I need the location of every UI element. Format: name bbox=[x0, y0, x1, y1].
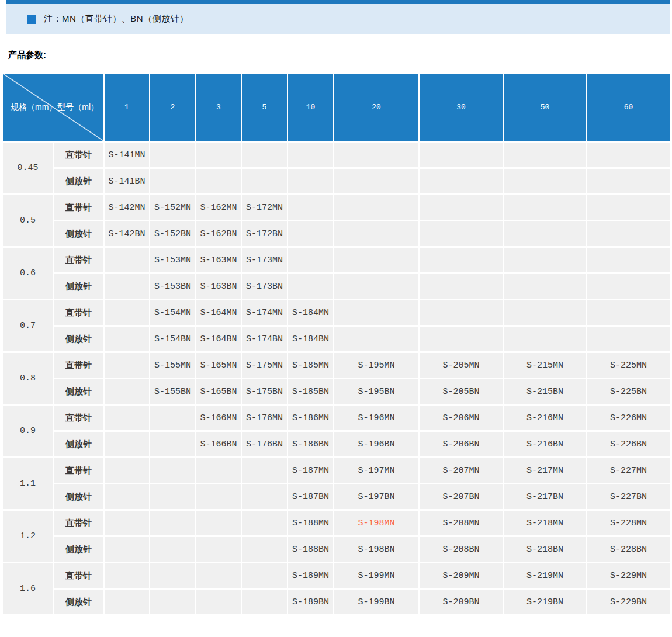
empty-cell bbox=[150, 431, 196, 458]
model-code-cell: S-155BN bbox=[150, 379, 196, 405]
header-volume-3: 3 bbox=[196, 73, 241, 142]
model-code-cell: S-205MN bbox=[419, 352, 503, 379]
model-code-cell: S-152MN bbox=[150, 195, 196, 221]
model-code-cell: S-218BN bbox=[503, 536, 587, 563]
empty-cell bbox=[196, 536, 241, 563]
empty-cell bbox=[196, 458, 241, 484]
model-code-cell: S-216MN bbox=[503, 405, 587, 431]
empty-cell bbox=[287, 195, 334, 221]
model-code-cell: S-176MN bbox=[241, 405, 287, 431]
needle-type-cell: 直带针 bbox=[53, 300, 104, 326]
needle-type-cell: 直带针 bbox=[53, 458, 104, 484]
table-row: 侧放针S-189BNS-199BNS-209BNS-219BNS-229BN bbox=[2, 589, 670, 615]
empty-cell bbox=[104, 510, 150, 536]
needle-type-cell: 侧放针 bbox=[53, 484, 104, 510]
empty-cell bbox=[587, 326, 670, 352]
model-code-cell: S-164MN bbox=[196, 300, 241, 326]
empty-cell bbox=[150, 563, 196, 589]
empty-cell bbox=[196, 510, 241, 536]
empty-cell bbox=[503, 195, 587, 221]
empty-cell bbox=[104, 326, 150, 352]
model-code-cell: S-227BN bbox=[587, 484, 670, 510]
model-code-cell: S-187MN bbox=[287, 458, 334, 484]
empty-cell bbox=[150, 168, 196, 195]
needle-type-cell: 侧放针 bbox=[53, 431, 104, 458]
model-code-cell: S-199BN bbox=[334, 589, 419, 615]
spec-value-cell: 0.45 bbox=[2, 142, 53, 195]
empty-cell bbox=[104, 300, 150, 326]
table-row: 0.8直带针S-155MNS-165MNS-175MNS-185MNS-195M… bbox=[2, 352, 670, 379]
empty-cell bbox=[419, 142, 503, 168]
empty-cell bbox=[503, 221, 587, 247]
empty-cell bbox=[503, 247, 587, 274]
empty-cell bbox=[104, 379, 150, 405]
needle-type-cell: 侧放针 bbox=[53, 536, 104, 563]
empty-cell bbox=[419, 221, 503, 247]
model-code-cell: S-218MN bbox=[503, 510, 587, 536]
empty-cell bbox=[196, 563, 241, 589]
model-code-cell: S-225BN bbox=[587, 379, 670, 405]
model-code-cell: S-217BN bbox=[503, 484, 587, 510]
empty-cell bbox=[334, 195, 419, 221]
table-row: 侧放针S-142BNS-152BNS-162BNS-172BN bbox=[2, 221, 670, 247]
empty-cell bbox=[287, 274, 334, 300]
empty-cell bbox=[150, 142, 196, 168]
spec-value-cell: 1.2 bbox=[2, 510, 53, 563]
model-code-cell: S-141MN bbox=[104, 142, 150, 168]
model-code-cell: S-175MN bbox=[241, 352, 287, 379]
model-code-cell: S-209BN bbox=[419, 589, 503, 615]
table-row: 侧放针S-166BNS-176BNS-186BNS-196BNS-206BNS-… bbox=[2, 431, 670, 458]
empty-cell bbox=[104, 431, 150, 458]
empty-cell bbox=[196, 168, 241, 195]
model-code-cell: S-163MN bbox=[196, 247, 241, 274]
empty-cell bbox=[104, 274, 150, 300]
empty-cell bbox=[104, 563, 150, 589]
model-code-cell: S-208BN bbox=[419, 536, 503, 563]
model-code-cell: S-199MN bbox=[334, 563, 419, 589]
empty-cell bbox=[104, 536, 150, 563]
model-code-cell: S-142BN bbox=[104, 221, 150, 247]
header-volume-50: 50 bbox=[503, 73, 587, 142]
table-row: 0.7直带针S-154MNS-164MNS-174MNS-184MN bbox=[2, 300, 670, 326]
empty-cell bbox=[241, 168, 287, 195]
empty-cell bbox=[419, 300, 503, 326]
model-code-cell: S-207MN bbox=[419, 458, 503, 484]
empty-cell bbox=[587, 195, 670, 221]
empty-cell bbox=[150, 589, 196, 615]
empty-cell bbox=[503, 274, 587, 300]
empty-cell bbox=[241, 536, 287, 563]
empty-cell bbox=[587, 168, 670, 195]
needle-type-cell: 直带针 bbox=[53, 142, 104, 168]
model-code-cell: S-227MN bbox=[587, 458, 670, 484]
note-bullet-icon bbox=[27, 15, 36, 24]
table-row: 0.9直带针S-166MNS-176MNS-186MNS-196MNS-206M… bbox=[2, 405, 670, 431]
header-volume-5: 5 bbox=[241, 73, 287, 142]
model-code-cell: S-209MN bbox=[419, 563, 503, 589]
model-code-cell: S-162BN bbox=[196, 221, 241, 247]
needle-type-cell: 侧放针 bbox=[53, 326, 104, 352]
needle-type-cell: 侧放针 bbox=[53, 168, 104, 195]
model-code-cell: S-162MN bbox=[196, 195, 241, 221]
model-code-cell: S-174MN bbox=[241, 300, 287, 326]
spec-value-cell: 1.1 bbox=[2, 458, 53, 510]
empty-cell bbox=[334, 326, 419, 352]
empty-cell bbox=[419, 326, 503, 352]
table-row: 1.6直带针S-189MNS-199MNS-209MNS-219MNS-229M… bbox=[2, 563, 670, 589]
model-code-cell: S-184MN bbox=[287, 300, 334, 326]
model-code-cell: S-184BN bbox=[287, 326, 334, 352]
header-volume-60: 60 bbox=[587, 73, 670, 142]
spec-axis-label: 规格（mm） bbox=[11, 102, 57, 113]
model-code-cell: S-175BN bbox=[241, 379, 287, 405]
empty-cell bbox=[196, 484, 241, 510]
product-spec-table: 规格（mm） 型号（ml） 12351020305060 0.45直带针S-14… bbox=[2, 72, 671, 616]
model-code-cell: S-208MN bbox=[419, 510, 503, 536]
model-code-cell: S-195BN bbox=[334, 379, 419, 405]
table-row: 侧放针S-153BNS-163BNS-173BN bbox=[2, 274, 670, 300]
empty-cell bbox=[334, 168, 419, 195]
model-code-cell: S-189MN bbox=[287, 563, 334, 589]
model-code-cell: S-206MN bbox=[419, 405, 503, 431]
model-code-cell: S-185BN bbox=[287, 379, 334, 405]
empty-cell bbox=[150, 458, 196, 484]
model-code-cell: S-217MN bbox=[503, 458, 587, 484]
model-code-cell: S-196BN bbox=[334, 431, 419, 458]
